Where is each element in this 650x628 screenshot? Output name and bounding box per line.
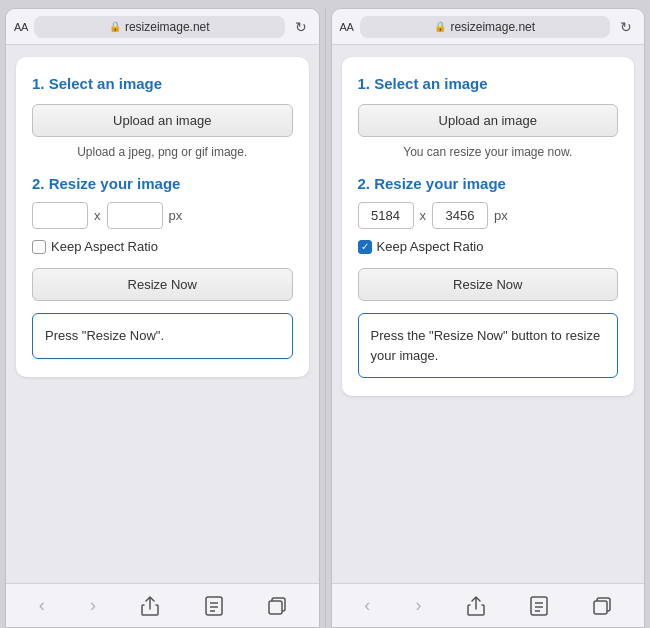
left-lock-icon: 🔒 (109, 21, 121, 32)
right-aspect-label: Keep Aspect Ratio (377, 239, 484, 254)
left-back-btn[interactable]: ‹ (31, 591, 53, 620)
left-url-pill[interactable]: 🔒 resizeimage.net (34, 16, 284, 38)
left-bookmarks-btn[interactable] (197, 592, 231, 620)
left-px-label: px (169, 208, 183, 223)
right-page-content: 1. Select an image Upload an image You c… (332, 45, 645, 583)
right-aspect-checkbox[interactable] (358, 240, 372, 254)
right-width-input[interactable] (358, 202, 414, 229)
right-section1-title: 1. Select an image (358, 75, 619, 92)
right-resize-now-button[interactable]: Resize Now (358, 268, 619, 301)
right-card: 1. Select an image Upload an image You c… (342, 57, 635, 396)
right-aspect-ratio-row: Keep Aspect Ratio (358, 239, 619, 254)
left-dimensions-row: x px (32, 202, 293, 229)
right-upload-button[interactable]: Upload an image (358, 104, 619, 137)
left-info-box: Press "Resize Now". (32, 313, 293, 359)
left-aspect-checkbox[interactable] (32, 240, 46, 254)
right-forward-btn[interactable]: › (407, 591, 429, 620)
left-url-text: resizeimage.net (125, 20, 210, 34)
left-x-label: x (94, 208, 101, 223)
right-info-box-text: Press the "Resize Now" button to resize … (371, 328, 601, 363)
right-share-btn[interactable] (459, 592, 493, 620)
right-phone: AA 🔒 resizeimage.net ↻ 1. Select an imag… (331, 8, 646, 628)
left-aa[interactable]: AA (14, 21, 28, 33)
left-address-bar: AA 🔒 resizeimage.net ↻ (6, 9, 319, 45)
right-x-label: x (420, 208, 427, 223)
left-resize-now-button[interactable]: Resize Now (32, 268, 293, 301)
right-bookmarks-btn[interactable] (522, 592, 556, 620)
left-bottom-toolbar: ‹ › (6, 583, 319, 627)
left-upload-button[interactable]: Upload an image (32, 104, 293, 137)
left-refresh-btn[interactable]: ↻ (291, 17, 311, 37)
left-section1-title: 1. Select an image (32, 75, 293, 92)
left-aspect-label: Keep Aspect Ratio (51, 239, 158, 254)
svg-rect-9 (594, 601, 607, 614)
left-page-content: 1. Select an image Upload an image Uploa… (6, 45, 319, 583)
right-info-box: Press the "Resize Now" button to resize … (358, 313, 619, 378)
svg-rect-0 (206, 597, 222, 615)
right-height-input[interactable] (432, 202, 488, 229)
right-section2-title: 2. Resize your image (358, 175, 619, 192)
left-info-box-text: Press "Resize Now". (45, 328, 164, 343)
svg-rect-4 (269, 601, 282, 614)
right-px-label: px (494, 208, 508, 223)
right-dimensions-row: x px (358, 202, 619, 229)
right-url-text: resizeimage.net (450, 20, 535, 34)
left-section2-title: 2. Resize your image (32, 175, 293, 192)
left-share-btn[interactable] (133, 592, 167, 620)
left-height-input[interactable] (107, 202, 163, 229)
left-card: 1. Select an image Upload an image Uploa… (16, 57, 309, 377)
left-upload-hint: Upload a jpeg, png or gif image. (32, 145, 293, 159)
left-aspect-ratio-row: Keep Aspect Ratio (32, 239, 293, 254)
right-upload-hint: You can resize your image now. (358, 145, 619, 159)
right-aa[interactable]: AA (340, 21, 354, 33)
left-phone: AA 🔒 resizeimage.net ↻ 1. Select an imag… (5, 8, 320, 628)
left-tabs-btn[interactable] (260, 593, 294, 619)
right-address-bar: AA 🔒 resizeimage.net ↻ (332, 9, 645, 45)
right-back-btn[interactable]: ‹ (356, 591, 378, 620)
right-tabs-btn[interactable] (585, 593, 619, 619)
svg-rect-5 (531, 597, 547, 615)
left-width-input[interactable] (32, 202, 88, 229)
right-lock-icon: 🔒 (434, 21, 446, 32)
right-url-pill[interactable]: 🔒 resizeimage.net (360, 16, 610, 38)
right-bottom-toolbar: ‹ › (332, 583, 645, 627)
left-forward-btn[interactable]: › (82, 591, 104, 620)
right-refresh-btn[interactable]: ↻ (616, 17, 636, 37)
